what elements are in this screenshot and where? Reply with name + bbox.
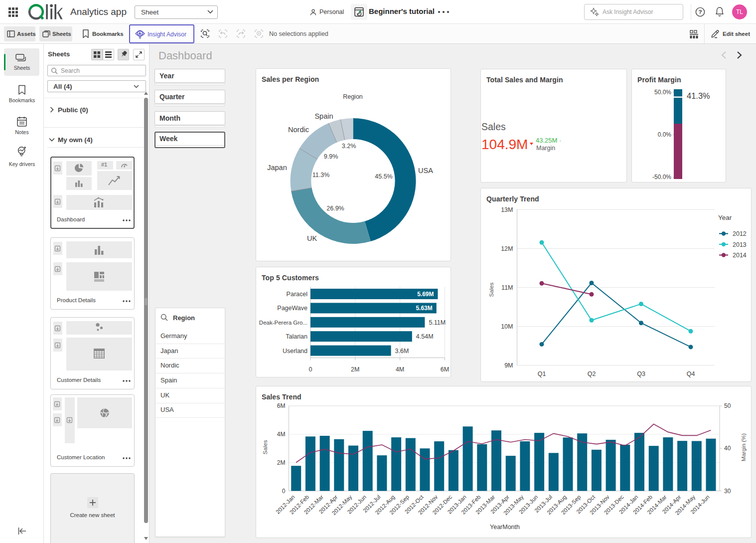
svg-text:Userland: Userland [283,348,307,355]
svg-text:2013: 2013 [733,241,747,248]
svg-text:4M: 4M [396,366,404,373]
svg-text:13M: 13M [501,206,513,213]
svg-text:50: 50 [724,402,731,409]
svg-text:10M: 10M [501,323,513,330]
svg-text:9.9%: 9.9% [324,153,338,160]
svg-text:41.3%: 41.3% [687,91,710,100]
svg-text:Deak-Perera Gro...: Deak-Perera Gro... [259,320,307,326]
svg-text:Sales: Sales [488,282,494,297]
svg-text:Nordic: Nordic [288,126,309,134]
svg-text:12M: 12M [501,245,513,252]
svg-text:Q3: Q3 [637,370,645,377]
svg-text:USA: USA [418,167,433,175]
svg-text:UK: UK [307,234,317,242]
svg-text:4M: 4M [277,431,286,438]
svg-text:11M: 11M [501,284,513,291]
svg-text:30: 30 [724,488,731,495]
svg-text:11.3%: 11.3% [312,172,330,179]
svg-text:Talarian: Talarian [286,333,307,340]
svg-text:Paracel: Paracel [287,291,307,298]
svg-text:2M: 2M [351,366,359,373]
svg-text:9M: 9M [504,362,513,369]
svg-text:0: 0 [309,366,312,373]
svg-text:Region: Region [343,93,363,100]
svg-text:0: 0 [282,488,286,495]
svg-text:Q4: Q4 [687,370,695,377]
svg-text:26.9%: 26.9% [326,205,344,212]
svg-text:Q2: Q2 [588,370,596,377]
svg-text:Sales: Sales [262,440,268,454]
svg-text:?: ? [698,9,702,15]
svg-text:Margin (%): Margin (%) [741,433,747,461]
svg-text:5.63M: 5.63M [416,305,432,312]
svg-text:5.11M: 5.11M [429,319,446,326]
svg-text:Japan: Japan [267,164,287,172]
svg-text:Spain: Spain [314,112,333,120]
svg-text:5.69M: 5.69M [417,291,434,298]
svg-text:50.0%: 50.0% [654,89,671,96]
svg-text:2M: 2M [277,459,286,466]
svg-text:6M: 6M [441,366,449,373]
svg-text:YearMonth: YearMonth [490,524,520,531]
svg-text:40: 40 [724,445,731,452]
svg-text:3.2%: 3.2% [342,143,356,150]
svg-text:Q1: Q1 [538,370,546,377]
svg-text:4.54M: 4.54M [416,333,434,340]
svg-text:PageWave: PageWave [277,305,307,312]
svg-text:6M: 6M [277,402,286,409]
svg-text:2012: 2012 [733,230,747,237]
svg-text:2014: 2014 [733,252,747,259]
svg-text:0.0%: 0.0% [658,131,672,138]
svg-text:45.5%: 45.5% [375,173,392,180]
svg-text:Year: Year [718,214,732,221]
svg-text:3.6M: 3.6M [395,348,409,355]
svg-text:-50.0%: -50.0% [652,174,671,181]
